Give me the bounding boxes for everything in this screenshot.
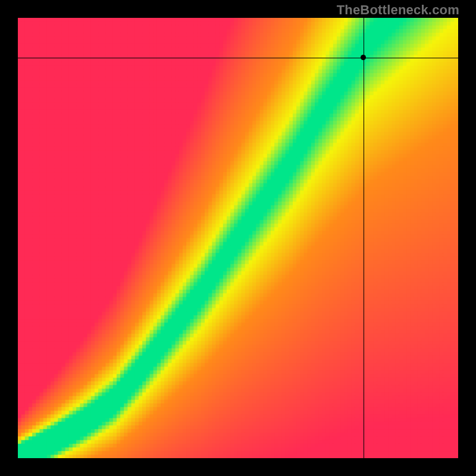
heatmap-plot	[18, 18, 458, 458]
heatmap-canvas	[18, 18, 458, 458]
app-root: TheBottleneck.com	[0, 0, 476, 476]
watermark: TheBottleneck.com	[337, 2, 459, 18]
